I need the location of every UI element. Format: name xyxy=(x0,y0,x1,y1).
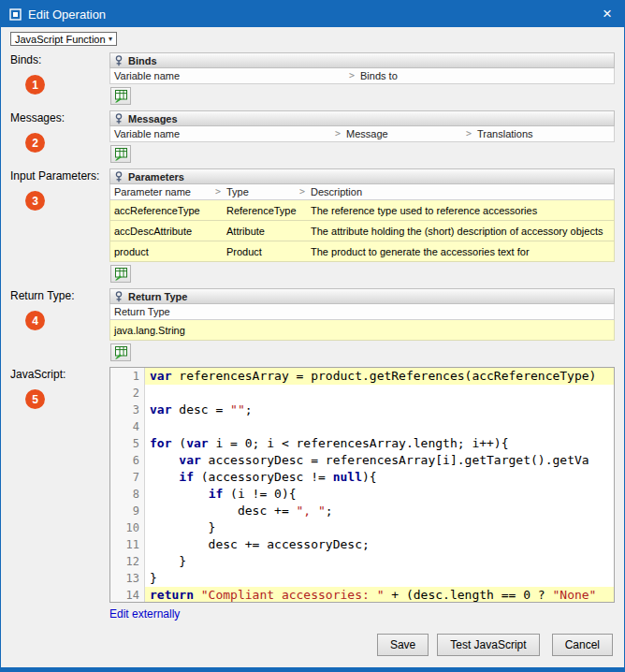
return-type-value-cell[interactable]: java.lang.String xyxy=(110,320,614,340)
function-type-select[interactable]: JavaScript Function ▾ xyxy=(10,32,117,46)
column-label: Parameter name xyxy=(114,186,191,197)
titlebar[interactable]: Edit Operation × xyxy=(1,1,624,27)
app-icon xyxy=(9,8,22,21)
parameters-toolbar xyxy=(109,262,615,283)
javascript-label-column: JavaScript: 5 xyxy=(10,367,109,621)
messages-label: Messages: xyxy=(10,111,109,124)
code-line[interactable]: } xyxy=(145,570,614,587)
binds-label-column: Binds: 1 xyxy=(10,52,109,105)
parameters-panel: Parameters Parameter name > Type > Descr… xyxy=(109,168,615,283)
line-number: 6 xyxy=(110,452,139,469)
parameters-column-type[interactable]: Type > xyxy=(223,184,307,199)
parameter-type-cell[interactable]: Product xyxy=(223,241,307,261)
column-label: Variable name xyxy=(114,70,180,81)
return-type-panel: Return Type Return Type java.lang.String xyxy=(109,288,615,361)
parameter-description-cell[interactable]: The product to generate the accessories … xyxy=(307,241,614,261)
parameter-row: accDescAttribute Attribute The attribute… xyxy=(109,221,615,241)
code-line[interactable]: } xyxy=(145,553,614,570)
parameters-column-name[interactable]: Parameter name > xyxy=(110,184,223,199)
messages-edit-table-button[interactable] xyxy=(110,145,131,163)
parameter-row: product Product The product to generate … xyxy=(109,241,615,262)
parameter-name-cell[interactable]: accReferenceType xyxy=(110,200,223,220)
return-type-edit-table-button[interactable] xyxy=(110,343,131,361)
line-number: 11 xyxy=(110,536,139,553)
line-number: 7 xyxy=(110,469,139,486)
test-javascript-button[interactable]: Test JavaScript xyxy=(437,634,539,656)
messages-toolbar xyxy=(109,142,615,163)
column-label: Description xyxy=(311,186,362,197)
parameter-description-cell[interactable]: The reference type used to reference acc… xyxy=(307,200,614,220)
messages-table-header: Variable name > Message > Translations xyxy=(109,126,615,142)
code-line[interactable]: var accessoryDesc = referencesArray[i].g… xyxy=(145,452,614,469)
return-type-group-header: Return Type xyxy=(109,288,615,304)
binds-panel: Binds Variable name > Binds to xyxy=(109,52,615,105)
dialog-content: JavaScript Function ▾ Binds: 1 Binds Var… xyxy=(1,27,624,667)
code-line[interactable]: desc += ", "; xyxy=(145,503,614,519)
cancel-button[interactable]: Cancel xyxy=(552,634,613,656)
messages-label-column: Messages: 2 xyxy=(10,110,109,163)
code-line[interactable]: desc += accessoryDesc; xyxy=(145,536,614,553)
return-type-label-column: Return Type: 4 xyxy=(10,288,109,361)
messages-group-header: Messages xyxy=(109,110,615,126)
parameters-group-header: Parameters xyxy=(109,168,615,184)
edit-table-icon xyxy=(114,345,128,359)
window-title: Edit Operation xyxy=(28,7,106,22)
code-line[interactable]: if (i != 0){ xyxy=(145,486,614,503)
chevron-down-icon: ▾ xyxy=(109,35,112,43)
parameter-description-cell[interactable]: The attribute holding the (short) descri… xyxy=(307,221,614,241)
javascript-editor[interactable]: 1234567891011121314 var referencesArray … xyxy=(109,367,615,603)
code-line[interactable]: return "Compliant accessories: " + (desc… xyxy=(145,587,614,602)
parameter-type-cell[interactable]: Attribute xyxy=(223,221,307,241)
messages-column-translations[interactable]: Translations xyxy=(473,126,614,141)
line-number: 4 xyxy=(110,418,139,435)
code-line[interactable]: var referencesArray = product.getReferen… xyxy=(145,368,614,385)
operation-icon xyxy=(114,171,124,183)
line-number: 9 xyxy=(110,503,139,519)
operation-icon xyxy=(114,291,124,302)
messages-panel: Messages Variable name > Message > Trans… xyxy=(109,110,615,163)
parameters-edit-table-button[interactable] xyxy=(110,265,131,283)
javascript-section: JavaScript: 5 1234567891011121314 var re… xyxy=(10,367,615,621)
editor-code[interactable]: var referencesArray = product.getReferen… xyxy=(145,368,614,602)
save-button[interactable]: Save xyxy=(377,634,429,656)
binds-table-header: Variable name > Binds to xyxy=(109,68,615,84)
close-button[interactable]: × xyxy=(590,1,624,27)
code-line[interactable]: var desc = ""; xyxy=(145,402,614,418)
step-badge-1: 1 xyxy=(25,75,45,95)
return-type-section: Return Type: 4 Return Type Return Type j… xyxy=(10,288,615,361)
line-number: 13 xyxy=(110,570,139,587)
code-line[interactable] xyxy=(145,385,614,402)
code-line[interactable]: } xyxy=(145,519,614,536)
parameter-name-cell[interactable]: product xyxy=(110,241,223,261)
messages-column-variable-name[interactable]: Variable name > xyxy=(110,126,342,141)
edit-externally-link[interactable]: Edit externally xyxy=(109,607,180,621)
binds-section: Binds: 1 Binds Variable name > Binds xyxy=(10,52,615,105)
line-number: 1 xyxy=(110,368,139,385)
return-type-column[interactable]: Return Type xyxy=(110,304,614,319)
operation-icon xyxy=(114,55,124,66)
parameters-label-column: Input Parameters: 3 xyxy=(10,168,109,283)
code-line[interactable]: for (var i = 0; i < referencesArray.leng… xyxy=(145,435,614,452)
messages-column-message[interactable]: Message > xyxy=(342,126,473,141)
edit-table-icon xyxy=(114,89,128,103)
binds-edit-table-button[interactable] xyxy=(110,87,131,105)
edit-table-icon xyxy=(114,147,128,161)
column-chevron-icon: > xyxy=(215,186,221,197)
parameter-name-cell[interactable]: accDescAttribute xyxy=(110,221,223,241)
parameters-table-header: Parameter name > Type > Description xyxy=(109,184,615,200)
step-badge-2: 2 xyxy=(25,133,45,153)
column-chevron-icon: > xyxy=(466,128,472,139)
binds-group-header: Binds xyxy=(109,52,615,68)
step-badge-4: 4 xyxy=(25,311,45,330)
parameters-column-description[interactable]: Description xyxy=(307,184,614,199)
code-line[interactable] xyxy=(145,418,614,435)
parameter-type-cell[interactable]: ReferenceType xyxy=(223,200,307,220)
parameter-row: accReferenceType ReferenceType The refer… xyxy=(109,200,615,221)
code-line[interactable]: if (accessoryDesc != null){ xyxy=(145,469,614,486)
column-chevron-icon: > xyxy=(299,186,305,197)
binds-column-binds-to[interactable]: Binds to xyxy=(356,68,614,83)
step-badge-3: 3 xyxy=(25,191,45,211)
column-label: Type xyxy=(226,186,249,197)
binds-column-variable-name[interactable]: Variable name > xyxy=(110,68,356,83)
column-label: Message xyxy=(346,128,388,139)
